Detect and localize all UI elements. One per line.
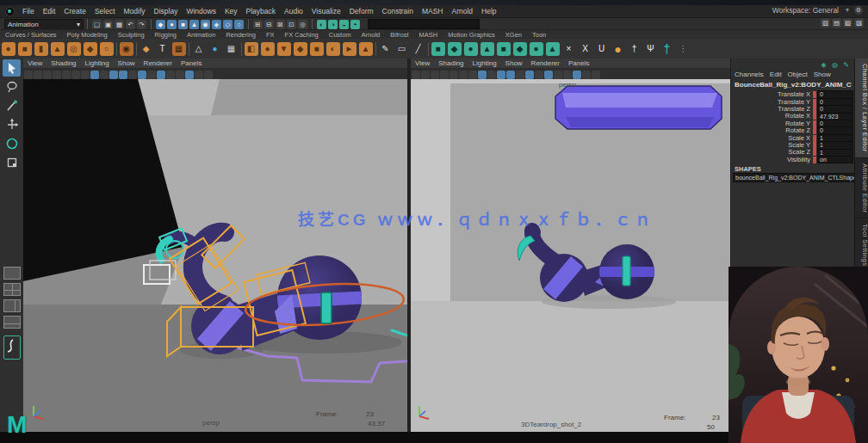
channel-box-menu-item[interactable]: Object — [788, 71, 808, 78]
sidebar-toggle-icon[interactable]: ▥ — [821, 18, 830, 28]
viewport-toolbar-icon[interactable] — [478, 71, 487, 79]
menu-item[interactable]: MASH — [422, 7, 443, 15]
menu-item[interactable]: Deform — [350, 7, 374, 15]
lasso-tool-button[interactable] — [3, 78, 21, 95]
channel-value-field[interactable]: on — [817, 156, 853, 164]
shelf-icon[interactable]: ▼ — [277, 42, 291, 56]
shelf-icon[interactable]: ╱ — [412, 42, 425, 56]
channel-label[interactable]: Rotate Z — [731, 127, 810, 134]
status-icon[interactable]: ◈ — [212, 20, 221, 29]
shelf-tab[interactable]: Animation — [187, 31, 215, 39]
shelf-icon[interactable] — [189, 42, 189, 56]
shelf-icon[interactable]: ■ — [431, 42, 445, 56]
shelf-icon[interactable]: ▦ — [172, 42, 186, 56]
status-icon[interactable]: ↶ — [126, 20, 135, 29]
shelf-icon[interactable]: ⋮ — [677, 42, 691, 56]
viewport-toolbar-icon[interactable] — [421, 71, 430, 79]
shelf-tab[interactable]: Motion Graphics — [448, 31, 495, 39]
viewport-left-3d-view[interactable] — [23, 79, 407, 432]
viewport-toolbar-icon[interactable] — [185, 71, 194, 79]
viewport-toolbar-icon[interactable] — [109, 71, 118, 79]
viewport-menu-item[interactable]: Panels — [181, 59, 202, 67]
shelf-tab[interactable]: Bifrost — [390, 31, 408, 39]
viewport-toolbar-icon[interactable] — [412, 71, 420, 79]
viewport-toolbar-icon[interactable] — [487, 71, 496, 79]
shelf-icon[interactable] — [428, 42, 429, 56]
status-icon[interactable]: ◆ — [156, 20, 165, 29]
status-icon[interactable]: ⊡ — [287, 20, 296, 29]
viewport-toolbar-icon[interactable] — [516, 71, 524, 79]
shelf-icon[interactable]: ▲ — [51, 42, 65, 56]
viewport-menu-item[interactable]: Lighting — [85, 59, 109, 67]
shelf-tab[interactable]: Sculpting — [118, 31, 145, 39]
shelf-icon[interactable] — [116, 42, 117, 56]
viewport-toolbar-icon[interactable] — [138, 71, 146, 79]
shelf-icon[interactable] — [136, 42, 137, 56]
viewport-toolbar-icon[interactable] — [81, 71, 90, 79]
shelf-icon[interactable]: ◐ — [326, 42, 340, 56]
status-icon[interactable]: ◓ — [350, 20, 360, 29]
shelf-icon[interactable]: ▭ — [395, 42, 409, 56]
viewport-toolbar-icon[interactable] — [24, 71, 33, 79]
viewport-menu-item[interactable]: Renderer — [144, 59, 172, 67]
shelf-icon[interactable]: ■ — [18, 42, 32, 56]
viewport-toolbar-icon[interactable] — [34, 71, 42, 79]
status-icon[interactable]: ◐ — [317, 20, 326, 29]
layout-pane-bottom-strip-button[interactable] — [3, 316, 21, 329]
status-icon[interactable]: ▲ — [189, 20, 199, 29]
viewport-toolbar-icon[interactable] — [506, 71, 515, 79]
status-icon[interactable]: ⊞ — [253, 20, 263, 29]
viewport-toolbar-icon[interactable] — [431, 71, 439, 79]
status-icon[interactable]: ↷ — [137, 20, 146, 29]
menu-item[interactable]: Key — [225, 7, 238, 15]
status-icon[interactable]: ◇ — [223, 20, 232, 29]
status-icon[interactable]: ▢ — [92, 20, 102, 29]
shelf-icon[interactable]: ▲ — [359, 42, 373, 56]
menu-set-selector[interactable]: Animation ▾ — [4, 19, 84, 30]
character-set-field[interactable] — [368, 19, 480, 29]
menu-item[interactable]: Select — [95, 7, 115, 15]
viewport-toolbar-icon[interactable] — [119, 71, 127, 79]
shelf-icon[interactable]: △ — [192, 42, 206, 56]
viewport-menu-item[interactable]: Lighting — [473, 59, 497, 67]
channel-box-header-icon[interactable]: ◈ — [819, 60, 828, 70]
channel-box-header-icon[interactable]: ✎ — [841, 60, 851, 70]
viewport-toolbar-icon[interactable] — [43, 71, 52, 79]
sidebar-tab[interactable]: Channel Box / Layer Editor — [855, 58, 868, 158]
viewport-toolbar-icon[interactable] — [535, 71, 543, 79]
shelf-icon[interactable]: ■ — [497, 42, 511, 56]
shelf-icon[interactable]: ► — [343, 42, 356, 56]
status-icon[interactable]: ⊟ — [264, 20, 274, 29]
status-icon[interactable]: ◉ — [201, 20, 210, 29]
layout-pane-right-column-button[interactable] — [3, 299, 21, 312]
viewport-toolbar-icon[interactable] — [459, 71, 468, 79]
shelf-icon[interactable]: ✎ — [379, 42, 393, 56]
shelf-tab[interactable]: Toon — [532, 31, 546, 39]
viewport-toolbar-icon[interactable] — [544, 71, 553, 79]
shelf-icon[interactable] — [241, 42, 242, 56]
shelf-icon[interactable]: ▲ — [480, 42, 494, 56]
move-tool-button[interactable] — [3, 116, 21, 133]
menu-item[interactable]: Visualize — [312, 7, 341, 15]
shelf-icon[interactable]: ◆ — [448, 42, 462, 56]
shelf-icon[interactable]: T — [156, 42, 170, 56]
menu-item[interactable]: Modify — [124, 7, 146, 15]
layout-single-pane-button[interactable] — [3, 267, 21, 280]
shelf-icon[interactable]: U — [595, 42, 609, 56]
last-tool-curve-button[interactable] — [3, 335, 21, 360]
shelf-tab[interactable]: Rendering — [226, 31, 256, 39]
shelf-tab[interactable]: Arnold — [362, 31, 381, 39]
shelf-tab[interactable]: FX Caching — [285, 31, 319, 39]
viewport-toolbar-icon[interactable] — [582, 71, 591, 79]
shelf-icon[interactable]: ■ — [310, 42, 324, 56]
shelf-tab[interactable]: MASH — [419, 31, 438, 39]
shelf-tab[interactable]: Custom — [329, 31, 351, 39]
maya-app-icon[interactable] — [5, 7, 15, 16]
shelf-tab[interactable]: Poly Modeling — [67, 31, 108, 39]
menu-item[interactable]: File — [22, 7, 34, 15]
shelf-icon[interactable]: ○ — [100, 42, 114, 56]
workspace-caret-icon[interactable]: ▾ — [846, 6, 849, 14]
shelf-icon[interactable]: ◆ — [84, 42, 97, 56]
sidebar-toggle-icon[interactable]: ▨ — [854, 18, 864, 28]
menu-item[interactable]: Display — [154, 7, 178, 15]
